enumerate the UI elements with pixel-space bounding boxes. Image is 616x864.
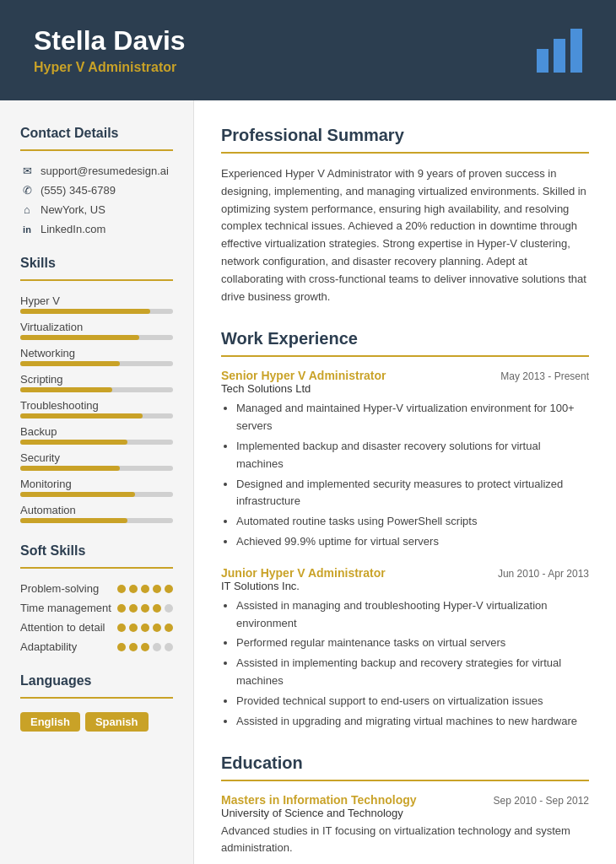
job-header: Senior Hyper V Administrator May 2013 - …	[221, 369, 589, 382]
skill-bar-fill	[20, 387, 112, 392]
skills-title: Skills	[20, 256, 173, 271]
bar1-icon	[537, 49, 548, 73]
skills-divider	[20, 279, 173, 281]
resume-page: Stella Davis Hyper V Administrator Conta…	[0, 0, 616, 864]
work-title: Work Experience	[221, 329, 589, 348]
skill-bar-fill	[20, 518, 127, 523]
bullet: Designed and implemented security measur…	[236, 476, 589, 511]
phone-value: (555) 345-6789	[41, 184, 116, 197]
skill-bar-bg	[20, 518, 173, 523]
skill-item: Scripting	[20, 373, 173, 392]
job-company: IT Solutions Inc.	[221, 580, 589, 592]
skill-bar-fill	[20, 466, 120, 471]
skill-label: Backup	[20, 425, 173, 438]
education-list: Masters in Information Technology Sep 20…	[221, 793, 589, 864]
dot	[153, 585, 161, 593]
skills-list: Hyper V Virtualization Networking Script…	[20, 294, 173, 523]
soft-skills-divider	[20, 567, 173, 569]
contact-title: Contact Details	[20, 126, 173, 141]
sidebar: Contact Details ✉ support@resumedesign.a…	[0, 100, 194, 864]
bar2-icon	[554, 39, 565, 73]
dot	[141, 585, 149, 593]
edu-item: Masters in Information Technology Sep 20…	[221, 793, 589, 856]
languages-list: EnglishSpanish	[20, 712, 173, 732]
dots	[117, 643, 173, 651]
job-header: Junior Hyper V Administrator Jun 2010 - …	[221, 566, 589, 580]
summary-section: Professional Summary Experienced Hyper V…	[221, 126, 589, 305]
edu-dates: Sep 2010 - Sep 2012	[494, 795, 589, 807]
skill-label: Virtualization	[20, 321, 173, 333]
skill-bar-fill	[20, 492, 135, 497]
skills-section: Skills Hyper V Virtualization Networking…	[20, 256, 173, 523]
skill-bar-bg	[20, 413, 173, 418]
dot	[141, 643, 149, 651]
summary-divider	[221, 152, 589, 154]
skill-label: Security	[20, 451, 173, 464]
dot	[129, 585, 138, 593]
job-bullets: Managed and maintained Hyper-V virtualiz…	[221, 400, 589, 550]
skill-item: Automation	[20, 504, 173, 523]
contact-phone: ✆ (555) 345-6789	[20, 184, 173, 197]
skill-item: Troubleshooting	[20, 399, 173, 418]
job-title: Senior Hyper V Administrator	[221, 369, 386, 382]
soft-skills-title: Soft Skills	[20, 543, 173, 559]
job-dates: Jun 2010 - Apr 2013	[498, 568, 589, 580]
dot	[129, 624, 138, 632]
content-area: Professional Summary Experienced Hyper V…	[194, 100, 616, 864]
soft-skill-item: Attention to detail	[20, 621, 173, 634]
skill-bar-bg	[20, 440, 173, 445]
dot	[117, 624, 126, 632]
location-icon: ⌂	[20, 203, 34, 216]
dots	[117, 604, 173, 613]
skill-item: Networking	[20, 347, 173, 366]
header-info: Stella Davis Hyper V Administrator	[34, 25, 186, 75]
education-title: Education	[221, 753, 589, 773]
summary-text: Experienced Hyper V Administrator with 9…	[221, 165, 589, 305]
skill-item: Monitoring	[20, 478, 173, 497]
bar3-icon	[570, 29, 582, 73]
soft-skill-label: Problem-solving	[20, 582, 113, 595]
dot	[117, 643, 126, 651]
phone-icon: ✆	[20, 184, 34, 197]
dot	[165, 643, 173, 651]
skill-bar-fill	[20, 309, 150, 314]
dots	[117, 585, 173, 593]
skill-bar-fill	[20, 335, 139, 340]
skill-label: Scripting	[20, 373, 173, 386]
skill-label: Hyper V	[20, 294, 173, 307]
contact-divider	[20, 149, 173, 151]
linkedin-value: LinkedIn.com	[41, 223, 105, 235]
contact-section: Contact Details ✉ support@resumedesign.a…	[20, 126, 173, 235]
soft-skill-label: Time management	[20, 602, 113, 614]
skill-bar-fill	[20, 413, 143, 418]
bullet: Performed regular maintenance tasks on v…	[236, 634, 589, 652]
skill-bar-bg	[20, 335, 173, 340]
email-icon: ✉	[20, 165, 34, 177]
job-bullets: Assisted in managing and troubleshooting…	[221, 597, 589, 731]
soft-skill-item: Problem-solving	[20, 582, 173, 595]
languages-title: Languages	[20, 673, 173, 688]
languages-section: Languages EnglishSpanish	[20, 673, 173, 732]
skill-bar-bg	[20, 361, 173, 366]
skill-bar-fill	[20, 440, 127, 445]
education-divider	[221, 780, 589, 781]
skill-label: Troubleshooting	[20, 399, 173, 412]
language-badge: Spanish	[85, 712, 149, 732]
dot	[165, 604, 173, 613]
edu-institution: University of Science and Technology	[221, 807, 589, 819]
location-value: NewYork, US	[41, 203, 105, 216]
dot	[117, 585, 126, 593]
dots	[117, 624, 173, 632]
contact-email: ✉ support@resumedesign.ai	[20, 165, 173, 177]
skill-bar-bg	[20, 309, 173, 314]
dot	[153, 604, 161, 613]
work-divider	[221, 355, 589, 357]
contact-location: ⌂ NewYork, US	[20, 203, 173, 216]
bullet: Automated routine tasks using PowerShell…	[236, 513, 589, 531]
skill-bar-bg	[20, 466, 173, 471]
skill-bar-bg	[20, 387, 173, 392]
dot	[141, 624, 149, 632]
dot	[165, 585, 173, 593]
skill-item: Hyper V	[20, 294, 173, 314]
contact-linkedin: in LinkedIn.com	[20, 223, 173, 235]
